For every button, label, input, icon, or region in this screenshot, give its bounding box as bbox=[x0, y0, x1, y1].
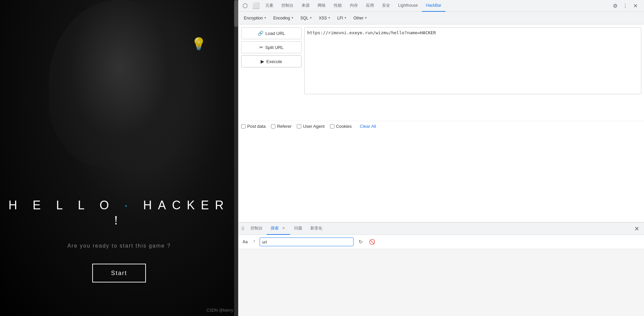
devtools-tab-bar: ⬡ ⬜ 元素 控制台 来源 网络 性能 内存 应用 安全 Lighthouse … bbox=[238, 0, 644, 12]
tab-network[interactable]: 网络 bbox=[314, 0, 330, 12]
post-data-label: Post data bbox=[247, 124, 266, 129]
more-options-icon[interactable]: ⋮ bbox=[621, 1, 630, 10]
clear-all-button[interactable]: Clear All bbox=[360, 124, 376, 129]
devtools-right-icons: ⚙ ⋮ ✕ bbox=[610, 1, 643, 10]
hero-subtitle: Are you ready to start this game ? bbox=[0, 243, 238, 249]
search-input[interactable] bbox=[260, 238, 354, 246]
encryption-menu[interactable]: Encryption ▼ bbox=[241, 14, 269, 22]
referer-label: Referer bbox=[277, 124, 291, 129]
lfi-menu[interactable]: LFI ▼ bbox=[334, 14, 349, 22]
tab-hackbar[interactable]: HackBar bbox=[422, 0, 445, 12]
hackbar-buttons-panel: 🔗 Load URL ✂ Split URL ▶ Execute bbox=[241, 27, 302, 118]
scrollbar-thumb bbox=[234, 0, 238, 27]
hackbar-toolbar: Encryption ▼ Encoding ▼ SQL ▼ XSS ▼ LFI … bbox=[238, 12, 644, 24]
hackbar-panel: Encryption ▼ Encoding ▼ SQL ▼ XSS ▼ LFI … bbox=[238, 12, 644, 222]
bottom-tab-console-label: 控制台 bbox=[251, 225, 263, 231]
bottom-tab-search[interactable]: 搜索 ✕ bbox=[267, 223, 290, 235]
bottom-panel: ⠿ 控制台 搜索 ✕ 问题 新变化 ✕ Aa .* ↻ 🚫 bbox=[238, 222, 644, 316]
load-url-icon: 🔗 bbox=[258, 31, 263, 36]
left-scrollbar[interactable] bbox=[234, 0, 238, 316]
tab-console[interactable]: 控制台 bbox=[277, 0, 298, 12]
user-agent-label: User Agent bbox=[303, 124, 324, 129]
hero-title: H E L L O · HACKER ！ bbox=[0, 198, 238, 229]
lightbulb-icon: 💡 bbox=[191, 37, 206, 51]
face-silhouette bbox=[49, 0, 190, 168]
hackbar-empty-area bbox=[238, 131, 644, 222]
bottom-tab-issues-label: 问题 bbox=[294, 225, 302, 231]
search-bar: Aa .* ↻ 🚫 bbox=[238, 235, 644, 249]
cookies-checkbox[interactable] bbox=[330, 124, 334, 128]
bottom-tab-changes-label: 新变化 bbox=[310, 225, 322, 231]
clear-search-button[interactable]: 🚫 bbox=[368, 238, 376, 246]
xss-dropdown-arrow: ▼ bbox=[328, 16, 331, 19]
device-toggle-icon[interactable]: ⬜ bbox=[251, 0, 261, 11]
sql-dropdown-arrow: ▼ bbox=[310, 16, 312, 19]
execute-button[interactable]: ▶ Execute bbox=[241, 55, 302, 67]
tab-memory[interactable]: 内存 bbox=[346, 0, 362, 12]
other-menu[interactable]: Other ▼ bbox=[351, 14, 370, 22]
encoding-menu[interactable]: Encoding ▼ bbox=[271, 14, 297, 22]
other-dropdown-arrow: ▼ bbox=[365, 16, 367, 19]
hello-plain: H E L L O bbox=[8, 198, 124, 212]
tab-performance[interactable]: 性能 bbox=[330, 0, 346, 12]
bottom-tab-console[interactable]: 控制台 bbox=[247, 223, 267, 235]
tab-security[interactable]: 安全 bbox=[378, 0, 394, 12]
split-url-icon: ✂ bbox=[259, 45, 263, 50]
tab-application[interactable]: 应用 bbox=[362, 0, 378, 12]
encryption-dropdown-arrow: ▼ bbox=[264, 16, 267, 19]
post-data-option[interactable]: Post data bbox=[241, 124, 266, 129]
user-agent-option[interactable]: User Agent bbox=[297, 124, 324, 129]
split-url-button[interactable]: ✂ Split URL bbox=[241, 41, 302, 53]
webpage-panel: 💡 H E L L O · HACKER ！ Are you ready to … bbox=[0, 0, 238, 316]
tab-sources[interactable]: 来源 bbox=[298, 0, 314, 12]
tab-elements[interactable]: 元素 bbox=[261, 0, 277, 12]
lfi-dropdown-arrow: ▼ bbox=[344, 16, 347, 19]
search-tab-close-icon[interactable]: ✕ bbox=[281, 226, 286, 231]
close-bottom-panel-button[interactable]: ✕ bbox=[632, 224, 641, 233]
execute-label: Execute bbox=[266, 59, 282, 64]
user-agent-checkbox[interactable] bbox=[297, 124, 301, 128]
bottom-tab-issues[interactable]: 问题 bbox=[290, 223, 306, 235]
sql-menu[interactable]: SQL ▼ bbox=[298, 14, 315, 22]
xss-menu[interactable]: XSS ▼ bbox=[316, 14, 333, 22]
close-devtools-icon[interactable]: ✕ bbox=[631, 1, 640, 10]
dot-separator: · bbox=[124, 198, 134, 212]
url-input[interactable] bbox=[304, 27, 641, 94]
drag-handle-icon[interactable]: ⠿ bbox=[241, 226, 245, 231]
bottom-panel-tab-bar: ⠿ 控制台 搜索 ✕ 问题 新变化 ✕ bbox=[238, 223, 644, 235]
refresh-search-button[interactable]: ↻ bbox=[356, 238, 365, 246]
split-url-label: Split URL bbox=[265, 45, 284, 50]
search-case-label: Aa bbox=[243, 240, 248, 244]
load-url-label: Load URL bbox=[265, 31, 285, 36]
url-area bbox=[304, 27, 641, 118]
referer-option[interactable]: Referer bbox=[271, 124, 291, 129]
referer-checkbox[interactable] bbox=[271, 124, 275, 128]
tab-lighthouse[interactable]: Lighthouse bbox=[394, 0, 422, 12]
bottom-tab-changes[interactable]: 新变化 bbox=[306, 223, 326, 235]
encoding-dropdown-arrow: ▼ bbox=[291, 16, 294, 19]
bottom-tab-search-label: 搜索 bbox=[271, 225, 279, 231]
hackbar-main-area: 🔗 Load URL ✂ Split URL ▶ Execute bbox=[238, 24, 644, 121]
devtools-panel: ⬡ ⬜ 元素 控制台 来源 网络 性能 内存 应用 安全 Lighthouse … bbox=[238, 0, 644, 316]
execute-icon: ▶ bbox=[261, 59, 264, 64]
post-data-checkbox[interactable] bbox=[241, 124, 246, 128]
hackbar-options-row: Post data Referer User Agent Cookies Cle… bbox=[238, 121, 644, 131]
regex-toggle-button[interactable]: .* bbox=[250, 239, 257, 245]
cookies-label: Cookies bbox=[336, 124, 352, 129]
start-button[interactable]: Start bbox=[92, 264, 146, 282]
load-url-button[interactable]: 🔗 Load URL bbox=[241, 27, 302, 39]
settings-icon[interactable]: ⚙ bbox=[610, 1, 620, 10]
cookies-option[interactable]: Cookies bbox=[330, 124, 352, 129]
inspect-icon[interactable]: ⬡ bbox=[240, 0, 251, 11]
